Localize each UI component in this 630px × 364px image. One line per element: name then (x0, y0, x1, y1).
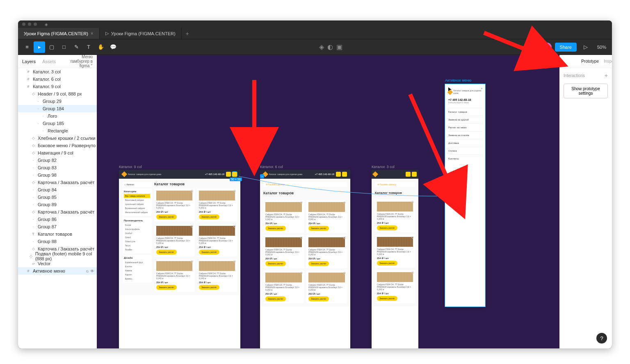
favorite-icon[interactable] (233, 260, 236, 263)
frame-active-menu[interactable]: Активное меню × Каталог товаров для отде… (445, 84, 486, 307)
layer-item[interactable]: #Каталог. 6 col (18, 75, 97, 83)
filter-toggle[interactable]: ⚙ Показать фильтр (263, 182, 347, 187)
frame-label[interactable]: Каталог. 3 col (372, 165, 395, 169)
hamburger-menu-icon[interactable] (412, 172, 417, 177)
filter-toggle[interactable]: ⚙ Показать фильтр (375, 182, 415, 187)
order-button[interactable]: Заказать расчёт (199, 214, 219, 219)
header-icon-1[interactable] (336, 172, 341, 177)
zoom-level[interactable]: 50% (595, 45, 609, 50)
text-tool-icon[interactable]: T (83, 41, 94, 53)
favorite-icon[interactable] (300, 237, 303, 239)
product-card[interactable]: Сайдинг FS04 D4, 7T Docke PREMIUM караме… (306, 235, 347, 268)
product-card[interactable]: Сайдинг FS04 D4, 7T Docke PREMIUM караме… (154, 259, 194, 292)
product-card[interactable]: Сайдинг FS04 D4, 7T Docke PREMIUM караме… (197, 189, 237, 221)
favorite-icon[interactable] (191, 260, 193, 263)
layer-item[interactable]: ◇Header / 9 col, 888 px (18, 90, 97, 98)
show-prototype-settings-button[interactable]: Show prototype settings (564, 84, 608, 98)
add-tab-button[interactable]: + (182, 28, 193, 39)
menu-item[interactable]: Каталог товаров (448, 108, 482, 116)
order-button[interactable]: Заказать расчёт (377, 296, 397, 301)
present-icon[interactable]: ▷ (580, 41, 591, 53)
order-button[interactable]: Заказать расчёт (308, 296, 329, 301)
menu-item[interactable]: Контакты (448, 155, 482, 162)
favorite-icon[interactable] (411, 236, 414, 239)
frame-catalog-6col[interactable]: Каталог товаров для отделки дома +7 495 … (260, 170, 350, 348)
header-icon-1[interactable] (406, 172, 411, 177)
product-card[interactable]: Сайдинг FS04 D4, 7T Docke PREMIUM караме… (263, 271, 304, 303)
favorite-icon[interactable] (233, 225, 236, 228)
layer-item[interactable]: ·Group 29 (18, 98, 97, 105)
order-button[interactable]: Заказать расчёт (377, 261, 397, 266)
order-button[interactable]: Заказать расчёт (199, 285, 219, 290)
order-button[interactable]: Заказать расчёт (377, 225, 397, 230)
menu-item[interactable]: Замена на платёж (448, 131, 482, 139)
component-icon[interactable]: ◈ (319, 43, 324, 51)
menu-icon[interactable]: ≡ (21, 41, 33, 53)
assets-tab[interactable]: Assets (42, 59, 56, 64)
traffic-lights[interactable] (22, 23, 37, 26)
prototype-arrow-icon[interactable]: → (260, 174, 264, 178)
menu-item[interactable]: Доставка (448, 139, 482, 147)
order-button[interactable]: Заказать расчёт (156, 250, 177, 255)
favorite-icon[interactable] (300, 272, 303, 274)
help-button[interactable]: ? (596, 333, 607, 344)
prototype-tab[interactable]: Prototype (581, 59, 599, 64)
hand-tool-icon[interactable]: ✋ (95, 41, 107, 53)
favorite-icon[interactable] (191, 225, 193, 228)
layer-item[interactable]: ◇Карточка / Заказать расчёт (18, 179, 97, 186)
order-button[interactable]: Заказать расчёт (308, 261, 329, 266)
product-card[interactable]: Сайдинг FS04 D4, 7T Docke PREMIUM караме… (154, 224, 194, 257)
product-card[interactable]: Сайдинг FS04 D4, 7T Docke PREMIUM караме… (375, 270, 415, 303)
product-card[interactable]: Сайдинг FS04 D4, 7T Docke PREMIUM караме… (197, 259, 237, 292)
close-icon[interactable]: × (91, 31, 94, 36)
visibility-icon[interactable]: 👁 (90, 269, 94, 273)
order-button[interactable]: Заказать расчёт (265, 226, 286, 231)
layer-item[interactable]: ◇Навигация / 9 col (18, 149, 97, 157)
order-button[interactable]: Заказать расчёт (308, 226, 329, 231)
figma-logo-icon[interactable]: ◈ (43, 20, 50, 28)
add-interaction-button[interactable]: + (605, 72, 608, 79)
layer-item[interactable]: #Каталог. 3 col (18, 68, 97, 75)
hamburger-menu-icon[interactable]: 50 × 50 (232, 172, 237, 177)
hamburger-menu-icon[interactable] (342, 172, 347, 177)
layer-item[interactable]: ·Group 185 (18, 120, 97, 127)
frame-catalog-3col[interactable]: ⚙ Показать фильтр Каталог товаров Сайдин… (372, 170, 418, 348)
layer-item[interactable]: ◇Боковое меню / Развернуто (18, 142, 97, 149)
layer-item[interactable]: ·Group 83 (18, 164, 97, 171)
layer-item[interactable]: ·Group 82 (18, 157, 97, 164)
share-button[interactable]: Share (555, 43, 577, 52)
layer-item[interactable]: ·Лого (18, 112, 97, 120)
layer-item[interactable]: ·Group 85 (18, 193, 97, 201)
favorite-icon[interactable] (411, 271, 414, 274)
frame-label[interactable]: Каталог. 9 col (119, 165, 142, 169)
layer-item[interactable]: #Активное меню⎋👁 (18, 267, 97, 275)
union-icon[interactable]: ▣ (336, 43, 342, 51)
favorite-icon[interactable] (411, 201, 414, 203)
order-button[interactable]: Заказать расчёт (265, 261, 286, 266)
lock-icon[interactable]: ⎋ (86, 269, 89, 273)
menu-item[interactable]: Замена на другой (448, 116, 482, 123)
favorite-icon[interactable] (300, 201, 303, 204)
canvas[interactable]: Каталог. 9 col Каталог товаров для отдел… (97, 55, 559, 348)
layer-item[interactable]: ·Group 184 (18, 105, 97, 112)
product-card[interactable]: Сайдинг FS04 D4, 7T Docke PREMIUM караме… (263, 235, 304, 268)
product-card[interactable]: Сайдинг FS04 D4, 7T Docke PREMIUM караме… (306, 271, 347, 303)
favorite-icon[interactable] (191, 190, 193, 192)
frame-catalog-9col[interactable]: Каталог товаров для отделки дома +7 495 … (119, 170, 240, 348)
page-selector[interactable]: Меню гамбургер в figma ˅ (62, 55, 93, 68)
menu-item[interactable]: Оплата (448, 147, 482, 155)
layer-item[interactable]: ·Rectangle (18, 127, 97, 134)
product-card[interactable]: Сайдинг FS04 D4, 7T Docke PREMIUM караме… (154, 189, 194, 221)
mask-icon[interactable]: ◐ (327, 43, 333, 51)
move-tool-icon[interactable]: ▸ (34, 41, 45, 53)
layer-item[interactable]: TКаталог товаров (18, 230, 97, 238)
favorite-icon[interactable] (343, 237, 346, 239)
pen-tool-icon[interactable]: ✎ (71, 41, 82, 53)
product-card[interactable]: Сайдинг FS04 D4, 7T Docke PREMIUM караме… (306, 200, 347, 233)
comment-tool-icon[interactable]: 💬 (107, 41, 119, 53)
order-button[interactable]: Заказать расчёт (265, 296, 286, 301)
layer-item[interactable]: ◇Карточка / Заказать расчёт (18, 208, 97, 216)
header-icon-1[interactable] (226, 172, 231, 177)
favorite-icon[interactable] (233, 190, 236, 192)
inspect-tab[interactable]: Inspect (604, 59, 612, 64)
